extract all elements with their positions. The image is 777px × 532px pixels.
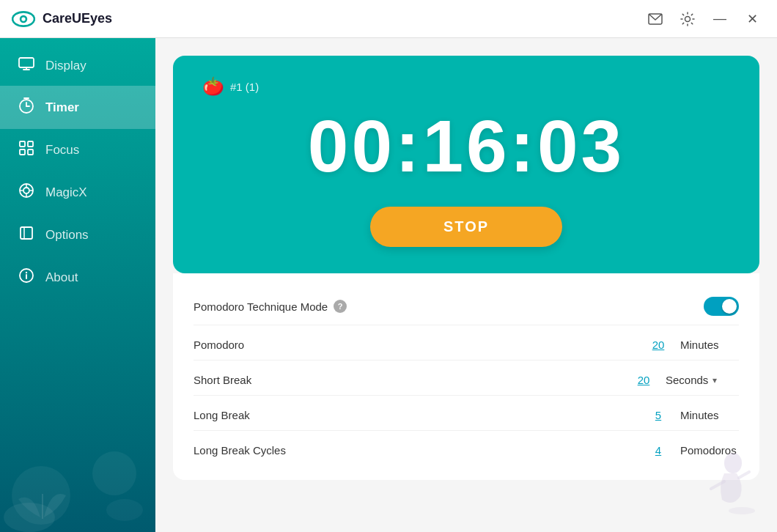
svg-rect-14 xyxy=(20,149,25,155)
short-break-unit-dropdown[interactable]: Seconds ▾ xyxy=(666,374,739,386)
app-branding: CareUEyes xyxy=(12,9,112,29)
chevron-down-icon: ▾ xyxy=(712,375,717,385)
setting-row-pomodoro-mode: Pomodoro Technique Mode ? xyxy=(194,288,739,325)
toggle-thumb xyxy=(722,299,737,314)
stop-button[interactable]: STOP xyxy=(370,207,562,247)
timer-card: 🍅 #1 (1) 00:16:03 STOP xyxy=(173,56,759,273)
svg-point-26 xyxy=(26,272,27,273)
focus-icon xyxy=(18,141,35,159)
setting-row-pomodoro: Pomodoro 20 Minutes xyxy=(194,330,739,361)
decorative-figure xyxy=(696,441,755,514)
setting-row-long-break: Long Break 5 Minutes xyxy=(194,400,739,431)
sidebar-label-about: About xyxy=(45,270,78,285)
long-break-label: Long Break xyxy=(194,409,636,421)
short-break-unit: Seconds xyxy=(666,374,708,386)
gear-icon xyxy=(680,12,695,26)
sidebar-label-display: Display xyxy=(45,59,86,73)
svg-rect-13 xyxy=(28,141,33,147)
email-button[interactable] xyxy=(642,6,669,32)
sidebar-label-options: Options xyxy=(45,228,89,243)
pomodoro-label: Pomodoro xyxy=(194,339,636,351)
timer-icon xyxy=(18,97,35,117)
short-break-label: Short Break xyxy=(194,374,622,386)
svg-line-31 xyxy=(739,472,749,478)
long-break-cycles-value[interactable]: 4 xyxy=(645,444,671,457)
tomato-icon: 🍅 xyxy=(202,76,224,97)
timer-header: 🍅 #1 (1) xyxy=(202,76,259,97)
long-break-cycles-label: Long Break Cycles xyxy=(194,444,636,457)
svg-rect-12 xyxy=(20,141,25,147)
svg-point-4 xyxy=(685,16,691,21)
timer-display: 00:16:03 xyxy=(308,106,625,186)
close-icon: ✕ xyxy=(747,11,758,27)
help-icon[interactable]: ? xyxy=(334,300,347,313)
sidebar-label-timer: Timer xyxy=(45,100,79,115)
minimize-icon: — xyxy=(713,11,726,26)
minimize-button[interactable]: — xyxy=(707,6,733,32)
toggle-track xyxy=(704,297,739,316)
setting-row-long-break-cycles: Long Break Cycles 4 Pomodoros xyxy=(194,435,739,465)
sidebar: Display Timer xyxy=(0,38,155,532)
title-bar: CareUEyes — ✕ xyxy=(0,0,777,38)
session-label: #1 (1) xyxy=(230,81,259,93)
svg-point-29 xyxy=(724,453,742,473)
close-button[interactable]: ✕ xyxy=(739,6,765,32)
svg-rect-5 xyxy=(19,58,34,67)
app-title: CareUEyes xyxy=(43,11,112,26)
sidebar-item-display[interactable]: Display xyxy=(0,45,155,86)
sidebar-item-magicx[interactable]: MagicX xyxy=(0,171,155,214)
long-break-value[interactable]: 5 xyxy=(645,409,671,421)
svg-point-17 xyxy=(23,188,29,193)
long-break-unit: Minutes xyxy=(680,409,739,421)
sidebar-item-options[interactable]: Options xyxy=(0,214,155,256)
sidebar-item-about[interactable]: About xyxy=(0,256,155,299)
sidebar-decoration xyxy=(0,415,155,532)
toggle-switch[interactable] xyxy=(704,297,739,316)
display-icon xyxy=(18,57,35,74)
pomodoro-value[interactable]: 20 xyxy=(645,339,671,351)
pomodoro-mode-label: Pomodoro Technique Mode ? xyxy=(194,300,695,313)
magicx-icon xyxy=(18,182,35,202)
svg-point-32 xyxy=(729,507,755,514)
content-area: 🍅 #1 (1) 00:16:03 STOP Pomodoro Techniqu… xyxy=(155,38,777,532)
svg-point-27 xyxy=(4,503,55,532)
settings-panel: Pomodoro Technique Mode ? Pomodoro 20 Mi… xyxy=(173,273,759,480)
sidebar-item-focus[interactable]: Focus xyxy=(0,129,155,171)
svg-point-2 xyxy=(21,17,25,21)
main-layout: Display Timer xyxy=(0,38,777,532)
window-controls: — ✕ xyxy=(642,6,765,32)
options-icon xyxy=(18,226,35,244)
svg-rect-22 xyxy=(21,227,32,239)
setting-row-short-break: Short Break 20 Seconds ▾ xyxy=(194,365,739,396)
pomodoro-mode-toggle[interactable] xyxy=(704,297,739,316)
sidebar-item-timer[interactable]: Timer xyxy=(0,86,155,129)
short-break-value[interactable]: 20 xyxy=(630,374,657,386)
settings-button[interactable] xyxy=(674,6,701,32)
about-icon xyxy=(18,267,35,287)
sidebar-label-focus: Focus xyxy=(45,143,79,158)
svg-rect-15 xyxy=(28,149,33,155)
sidebar-label-magicx: MagicX xyxy=(45,185,87,200)
pomodoro-unit: Minutes xyxy=(680,339,739,351)
email-icon xyxy=(648,13,663,25)
svg-point-28 xyxy=(106,499,143,521)
app-logo-icon xyxy=(12,9,35,29)
